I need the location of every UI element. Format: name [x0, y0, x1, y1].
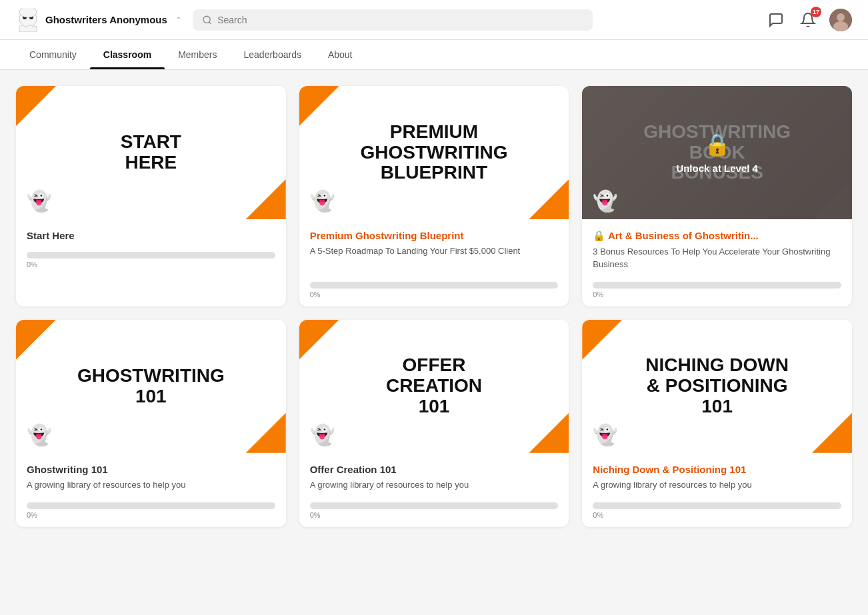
brand-name: Ghostwriters Anonymous	[45, 14, 167, 25]
progress-bar-bg	[593, 502, 841, 509]
lock-icon: 🔒	[704, 132, 731, 157]
course-description: A growing library of resources to help y…	[593, 479, 841, 492]
brand-logo-icon	[16, 8, 40, 32]
main-content: STARTHERE 👻 Start Here 0% PREMIUMGHOSTWR…	[0, 70, 868, 543]
ghost-emoji: 👻	[593, 423, 617, 446]
corner-accent-br	[246, 413, 286, 453]
card-image-title: STARTHERE	[107, 119, 195, 187]
course-title: Start Here	[27, 230, 275, 241]
card-progress: 0%	[27, 502, 275, 519]
progress-bar-bg	[27, 252, 275, 259]
card-image-ghostwriting-101: GHOSTWRITING101 👻	[16, 320, 286, 453]
svg-line-5	[209, 21, 211, 23]
corner-accent-br	[246, 179, 286, 219]
card-image-title: GHOSTWRITING101	[64, 352, 238, 420]
corner-accent-br	[812, 413, 852, 453]
progress-label: 0%	[310, 511, 559, 519]
avatar[interactable]	[829, 9, 852, 31]
progress-bar-bg	[27, 502, 275, 509]
avatar-image	[829, 9, 852, 31]
card-image-title: OFFERCREATION101	[373, 342, 495, 430]
messages-icon	[768, 12, 784, 28]
corner-accent-tl	[16, 320, 56, 360]
ghost-emoji: 👻	[593, 189, 617, 213]
card-progress: 0%	[310, 502, 559, 519]
nav-item-leaderboards[interactable]: Leaderboards	[231, 40, 315, 69]
search-input[interactable]	[217, 15, 583, 25]
nav-item-community[interactable]: Community	[16, 40, 90, 69]
card-body-start-here: Start Here 0%	[16, 219, 286, 307]
main-nav: Community Classroom Members Leaderboards…	[0, 40, 868, 70]
course-description: A growing library of resources to help y…	[27, 479, 275, 492]
progress-label: 0%	[27, 511, 275, 519]
course-grid: STARTHERE 👻 Start Here 0% PREMIUMGHOSTWR…	[16, 86, 852, 527]
corner-accent-tl	[582, 320, 622, 360]
course-card-niching-down[interactable]: NICHING DOWN& POSITIONING101 👻 Niching D…	[582, 320, 852, 527]
notification-badge: 17	[811, 7, 821, 17]
nav-item-classroom[interactable]: Classroom	[90, 40, 165, 69]
header: Ghostwriters Anonymous ⌃ 17	[0, 0, 868, 40]
ghost-emoji: 👻	[27, 189, 51, 213]
card-image-title: NICHING DOWN& POSITIONING101	[632, 342, 802, 430]
card-progress: 0%	[593, 502, 841, 519]
notifications-button[interactable]: 17	[797, 9, 819, 31]
ghost-emoji: 👻	[310, 423, 335, 446]
corner-accent-tl	[299, 320, 339, 360]
course-title: Niching Down & Positioning 101	[593, 464, 841, 475]
svg-point-3	[19, 8, 37, 17]
header-actions: 17	[765, 9, 852, 31]
corner-accent-tl	[299, 86, 339, 126]
progress-bar-bg	[593, 282, 841, 289]
svg-point-7	[837, 13, 845, 21]
card-image-niching-down: NICHING DOWN& POSITIONING101 👻	[582, 320, 852, 453]
card-body-niching-down: Niching Down & Positioning 101 A growing…	[582, 453, 852, 527]
card-image-premium-blueprint: PREMIUMGHOSTWRITINGBLUEPRINT 👻	[299, 86, 569, 219]
course-description: 3 Bonus Resources To Help You Accelerate…	[593, 246, 841, 271]
card-image-offer-creation-101: OFFERCREATION101 👻	[299, 320, 569, 453]
card-progress: 0%	[593, 282, 841, 299]
chevron-icon: ⌃	[175, 15, 182, 25]
card-image-start-here: STARTHERE 👻	[16, 86, 286, 219]
progress-label: 0%	[593, 511, 841, 519]
course-card-start-here[interactable]: STARTHERE 👻 Start Here 0%	[16, 86, 286, 307]
card-body-ghostwriting-101: Ghostwriting 101 A growing library of re…	[16, 453, 286, 527]
progress-bar-bg	[310, 502, 559, 509]
course-description: A growing library of resources to help y…	[310, 479, 559, 492]
progress-label: 0%	[593, 291, 841, 299]
course-title: Ghostwriting 101	[27, 464, 275, 475]
nav-item-about[interactable]: About	[315, 40, 366, 69]
ghost-emoji: 👻	[27, 423, 51, 446]
card-image-title: PREMIUMGHOSTWRITINGBLUEPRINT	[347, 109, 521, 197]
lock-text: Unlock at Level 4	[676, 163, 758, 174]
lock-overlay: 🔒 Unlock at Level 4	[582, 86, 852, 219]
course-card-book-bonuses[interactable]: GHOSTWRITINGBOOKBONUSES 🔒 Unlock at Leve…	[582, 86, 852, 307]
course-description: A 5-Step Roadmap To Landing Your First $…	[310, 245, 559, 271]
nav-item-members[interactable]: Members	[165, 40, 230, 69]
corner-accent-br	[529, 413, 569, 453]
course-title: Premium Ghostwriting Blueprint	[310, 230, 559, 241]
progress-label: 0%	[310, 291, 559, 299]
svg-point-4	[203, 16, 210, 23]
search-bar[interactable]	[193, 9, 593, 31]
progress-label: 0%	[27, 261, 275, 269]
corner-accent-br	[529, 179, 569, 219]
card-body-premium-blueprint: Premium Ghostwriting Blueprint A 5-Step …	[299, 219, 569, 307]
card-image-book-bonuses: GHOSTWRITINGBOOKBONUSES 🔒 Unlock at Leve…	[582, 86, 852, 219]
course-title: 🔒 Art & Business of Ghostwritin...	[593, 230, 841, 242]
card-progress: 0%	[27, 252, 275, 269]
card-body-book-bonuses: 🔒 Art & Business of Ghostwritin... 3 Bon…	[582, 219, 852, 307]
course-title: Offer Creation 101	[310, 464, 559, 475]
card-progress: 0%	[310, 282, 559, 299]
card-body-offer-creation-101: Offer Creation 101 A growing library of …	[299, 453, 569, 527]
brand: Ghostwriters Anonymous ⌃	[16, 8, 182, 32]
course-card-offer-creation-101[interactable]: OFFERCREATION101 👻 Offer Creation 101 A …	[299, 320, 569, 527]
corner-accent-tl	[16, 86, 56, 126]
search-icon	[202, 15, 212, 25]
course-card-premium-blueprint[interactable]: PREMIUMGHOSTWRITINGBLUEPRINT 👻 Premium G…	[299, 86, 569, 307]
ghost-emoji: 👻	[310, 189, 335, 213]
course-card-ghostwriting-101[interactable]: GHOSTWRITING101 👻 Ghostwriting 101 A gro…	[16, 320, 286, 527]
progress-bar-bg	[310, 282, 559, 289]
messages-button[interactable]	[765, 9, 787, 31]
